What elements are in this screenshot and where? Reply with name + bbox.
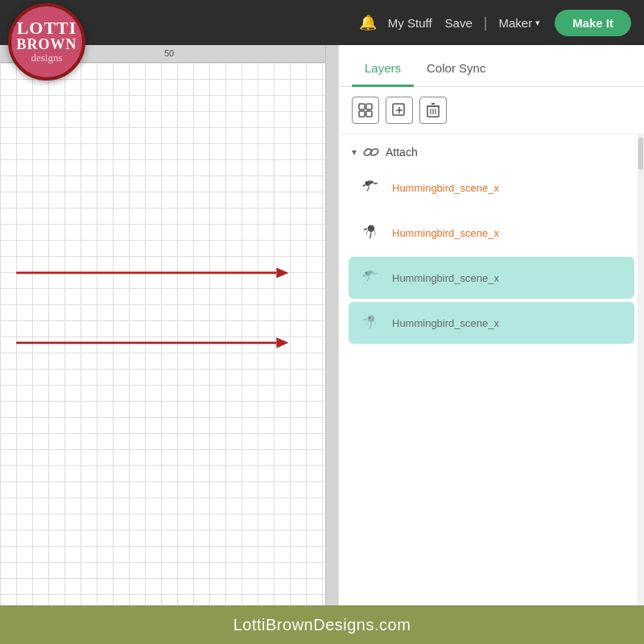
svg-rect-7 bbox=[366, 111, 372, 117]
layer-icon-1 bbox=[358, 175, 384, 200]
logo-brown: BROWN bbox=[16, 37, 76, 52]
attach-chevron-icon: ▾ bbox=[352, 147, 357, 158]
svg-point-19 bbox=[365, 182, 368, 184]
tab-color-sync[interactable]: Color Sync bbox=[414, 52, 498, 87]
layer-icon-2 bbox=[358, 220, 384, 246]
hummingbird-perched-icon bbox=[360, 221, 382, 244]
group-icon bbox=[358, 103, 373, 118]
tab-layers[interactable]: Layers bbox=[352, 52, 414, 87]
my-stuff-link[interactable]: My Stuff bbox=[383, 13, 437, 33]
svg-point-20 bbox=[368, 225, 375, 232]
hummingbird-flying-2-icon bbox=[360, 266, 382, 289]
layer-item-1[interactable]: Hummingbird_scene_x bbox=[349, 167, 634, 208]
footer: LottiBrownDesigns.com bbox=[0, 605, 644, 644]
hummingbird-perched-2-icon bbox=[360, 312, 382, 334]
delete-layer-button[interactable] bbox=[419, 97, 447, 124]
chevron-down-icon: ▾ bbox=[535, 18, 540, 28]
layer-item-4[interactable]: Hummingbird_scene_x bbox=[349, 302, 634, 344]
panel-tabs: Layers Color Sync bbox=[339, 45, 644, 87]
attach-link-icon bbox=[363, 146, 379, 159]
svg-rect-6 bbox=[359, 111, 365, 117]
svg-rect-4 bbox=[359, 104, 365, 109]
layer-name-4: Hummingbird_scene_x bbox=[392, 317, 499, 329]
nav-right-area: 🔔 My Stuff Save | Maker ▾ Make It bbox=[359, 10, 631, 36]
svg-rect-8 bbox=[393, 104, 404, 115]
ruler-right bbox=[325, 45, 338, 605]
panel-scrollbar[interactable] bbox=[638, 134, 644, 605]
group-button[interactable] bbox=[352, 97, 379, 124]
hummingbird-flying-icon bbox=[360, 176, 382, 199]
svg-marker-1 bbox=[276, 267, 288, 278]
attach-header[interactable]: ▾ Attach bbox=[349, 141, 634, 163]
layer-name-2: Hummingbird_scene_x bbox=[392, 227, 499, 239]
nav-separator: | bbox=[484, 14, 488, 31]
layer-icon-3 bbox=[358, 265, 384, 291]
add-layer-icon bbox=[392, 103, 407, 118]
attach-label: Attach bbox=[386, 146, 418, 159]
top-navigation: 🔔 My Stuff Save | Maker ▾ Make It bbox=[0, 0, 644, 45]
layer-item-2[interactable]: Hummingbird_scene_x bbox=[349, 212, 634, 254]
save-link[interactable]: Save bbox=[440, 13, 477, 33]
logo: LOTTI BROWN designs bbox=[8, 3, 85, 80]
right-panel: Layers Color Sync bbox=[338, 45, 644, 605]
footer-text: LottiBrownDesigns.com bbox=[233, 616, 411, 634]
layer-item-3[interactable]: Hummingbird_scene_x bbox=[349, 257, 634, 299]
make-it-button[interactable]: Make It bbox=[555, 10, 631, 36]
svg-point-24 bbox=[369, 317, 370, 319]
add-layer-button[interactable] bbox=[386, 97, 413, 124]
canvas-grid[interactable] bbox=[0, 63, 325, 605]
delete-icon bbox=[427, 103, 440, 118]
layer-icon-4 bbox=[358, 310, 384, 336]
main-content: 50 Layers Color Sync bbox=[0, 45, 644, 605]
panel-toolbar bbox=[339, 87, 644, 134]
svg-marker-3 bbox=[276, 337, 288, 348]
ruler-number: 50 bbox=[164, 48, 174, 58]
attach-group: ▾ Attach bbox=[349, 141, 634, 344]
layer-name-3: Hummingbird_scene_x bbox=[392, 272, 499, 284]
scrollbar-thumb bbox=[638, 138, 643, 170]
layer-name-1: Hummingbird_scene_x bbox=[392, 182, 499, 194]
svg-point-22 bbox=[365, 272, 368, 275]
svg-rect-5 bbox=[366, 104, 372, 109]
panel-content[interactable]: ▾ Attach bbox=[339, 134, 644, 605]
svg-point-21 bbox=[369, 227, 370, 229]
svg-point-23 bbox=[368, 315, 375, 322]
annotation-arrows bbox=[0, 63, 325, 605]
maker-dropdown[interactable]: Maker ▾ bbox=[493, 13, 545, 33]
canvas-area[interactable]: 50 bbox=[0, 45, 338, 605]
bell-icon[interactable]: 🔔 bbox=[359, 14, 377, 31]
logo-lotti: LOTTI bbox=[17, 19, 77, 37]
logo-designs: designs bbox=[31, 52, 63, 64]
